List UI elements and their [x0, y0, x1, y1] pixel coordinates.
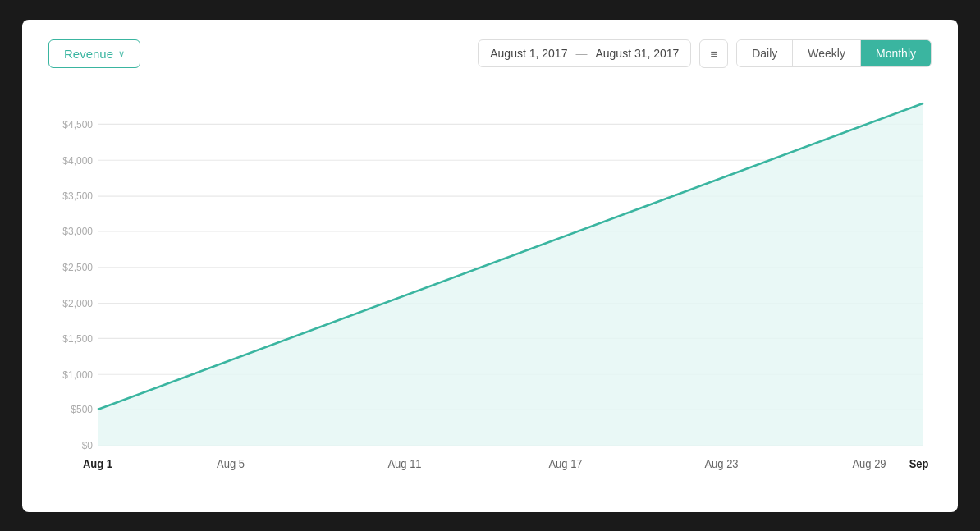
revenue-dropdown-button[interactable]: Revenue ∨: [48, 39, 140, 68]
svg-text:$0: $0: [82, 439, 93, 451]
svg-text:$2,500: $2,500: [62, 261, 93, 272]
chart-fill-area: [98, 103, 923, 445]
date-range-picker[interactable]: August 1, 2017 — August 31, 2017: [478, 39, 691, 67]
daily-period-button[interactable]: Daily: [737, 40, 793, 66]
main-card: Revenue ∨ August 1, 2017 — August 31, 20…: [22, 20, 958, 512]
filter-icon: ≡: [710, 47, 717, 61]
svg-text:$1,500: $1,500: [62, 332, 93, 344]
revenue-label: Revenue: [64, 47, 113, 61]
date-controls-group: August 1, 2017 — August 31, 2017 ≡ Daily…: [478, 39, 932, 68]
svg-text:Aug 5: Aug 5: [217, 457, 245, 469]
weekly-period-button[interactable]: Weekly: [793, 40, 861, 66]
svg-text:$3,000: $3,000: [62, 225, 93, 236]
date-end: August 31, 2017: [595, 47, 679, 60]
svg-text:$3,500: $3,500: [62, 190, 93, 202]
chart-area: $4,500 $4,000 $3,500 $3,000 $2,500 $2,00…: [48, 94, 932, 472]
svg-text:$2,000: $2,000: [62, 297, 93, 309]
chevron-down-icon: ∨: [118, 48, 125, 59]
date-separator: —: [575, 47, 587, 60]
filter-icon-button[interactable]: ≡: [699, 39, 728, 68]
revenue-chart: $4,500 $4,000 $3,500 $3,000 $2,500 $2,00…: [48, 94, 932, 472]
svg-text:Aug 29: Aug 29: [852, 457, 886, 469]
svg-text:$4,000: $4,000: [62, 154, 93, 166]
period-toggle-group: Daily Weekly Monthly: [736, 39, 932, 67]
svg-text:Aug 11: Aug 11: [387, 457, 421, 469]
toolbar: Revenue ∨ August 1, 2017 — August 31, 20…: [48, 39, 932, 68]
svg-text:Aug 17: Aug 17: [548, 457, 582, 469]
monthly-period-button[interactable]: Monthly: [861, 40, 931, 66]
svg-text:$4,500: $4,500: [62, 118, 93, 130]
date-start: August 1, 2017: [490, 47, 567, 60]
svg-text:$1,000: $1,000: [62, 368, 93, 380]
svg-text:Aug 23: Aug 23: [704, 457, 738, 469]
svg-text:$500: $500: [71, 403, 93, 414]
svg-text:Sep 1: Sep 1: [909, 457, 932, 469]
svg-text:Aug 1: Aug 1: [83, 457, 113, 469]
